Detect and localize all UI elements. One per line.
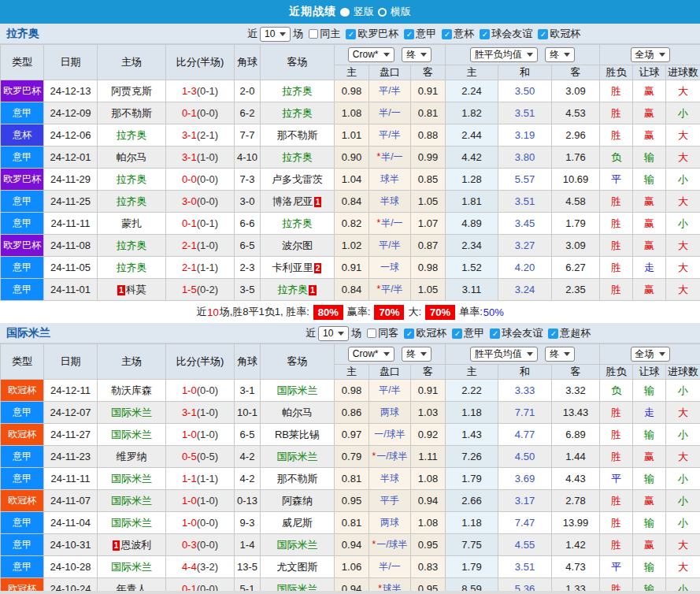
team-label: 国际米兰 <box>111 495 152 507</box>
handicap-result-cell: 输 <box>633 556 666 578</box>
corners-cell: 3-0 <box>235 191 261 213</box>
eu-away-odds: 1.79 <box>552 213 600 235</box>
eu-average-select[interactable]: 胜平负均值 <box>470 47 538 62</box>
team-label: 蒙扎 <box>121 217 142 229</box>
inter-results-table: 类型 日期 主场 比分(半场) 角球 客场 Crow* 终 胜平负均值 终 全场 <box>0 343 700 594</box>
home-team-cell: 拉齐奥 <box>98 124 166 147</box>
ah-home-odds: 0.90 <box>335 147 369 169</box>
bookmaker-select[interactable]: Crow* <box>348 347 394 362</box>
red-card-badge: 1 <box>117 285 125 295</box>
bookmaker-select-value: Crow* <box>353 49 379 60</box>
away-team-cell: 国际米兰 <box>261 380 335 402</box>
competition-checkbox[interactable]: ✓ <box>404 329 414 339</box>
ah-home-odds: 0.94 <box>335 534 369 556</box>
same-venue-checkbox[interactable] <box>309 29 318 39</box>
ah-away-odds: 0.94 <box>411 490 446 512</box>
ah-away-odds: 0.83 <box>411 556 446 578</box>
home-team-cell: 阿贾克斯 <box>98 80 166 102</box>
ah-time-select[interactable]: 终 <box>402 47 431 62</box>
team-label: 帕尔马 <box>117 151 147 163</box>
eu-away-odds: 13.43 <box>552 402 600 424</box>
competition-cell: 意甲 <box>1 213 44 235</box>
competition-checkbox[interactable]: ✓ <box>442 29 452 39</box>
ah-home-odds: 0.91 <box>335 257 369 279</box>
competition-checkbox[interactable]: ✓ <box>404 29 414 39</box>
ah-time-select[interactable]: 终 <box>402 347 431 362</box>
ah-away-odds: 1.08 <box>411 512 446 534</box>
home-team-cell: 蒙扎 <box>98 213 166 235</box>
competition-checkbox[interactable]: ✓ <box>452 329 462 339</box>
score-cell: 0-5(0-5) <box>166 446 235 468</box>
away-team-cell: 拉齐奥 <box>261 80 335 102</box>
bookmaker-select[interactable]: Crow* <box>348 47 394 62</box>
corners-cell: 10-1 <box>235 402 261 424</box>
ah-away-odds: 0.99 <box>411 147 446 169</box>
away-team-cell: 阿森纳 <box>261 490 335 512</box>
away-team-cell: 拉齐奥1 <box>261 279 335 301</box>
vertical-layout-label[interactable]: 竖版 <box>354 5 374 19</box>
date-cell: 24-11-23 <box>44 446 98 468</box>
competition-checkbox[interactable]: ✓ <box>490 329 500 339</box>
eu-away-odds: 10.69 <box>552 169 600 191</box>
result-cell: 负 <box>600 147 633 169</box>
goals-result-cell: 大 <box>666 235 700 257</box>
col-ah-away: 客 <box>411 365 446 380</box>
match-count-select[interactable]: 10 <box>318 326 349 341</box>
scope-select[interactable]: 全场 <box>631 347 670 362</box>
home-team-cell: 那不勒斯 <box>98 102 166 124</box>
score-cell: 3-1(1-0) <box>166 147 235 169</box>
result-cell: 胜 <box>600 235 633 257</box>
team-name: 国际米兰 <box>6 326 50 340</box>
eu-time-select[interactable]: 终 <box>545 347 575 362</box>
match-row: 意甲24-11-23维罗纳0-5(0-5)4-2国际米兰0.79*一/球半1.1… <box>1 446 700 468</box>
date-cell: 24-11-08 <box>44 235 98 257</box>
chevron-down-icon <box>420 53 427 57</box>
eu-draw-odds: 4.20 <box>498 257 552 279</box>
eu-away-odds: 4.73 <box>552 556 600 578</box>
horizontal-layout-radio[interactable] <box>378 8 387 17</box>
eu-average-select[interactable]: 胜平负均值 <box>470 347 538 362</box>
vertical-layout-radio[interactable] <box>340 8 350 17</box>
ah-away-odds: 1.07 <box>411 213 446 235</box>
score-cell: 0-3(0-0) <box>166 534 235 556</box>
handicap-rate-label: 赢率: <box>347 305 371 319</box>
competition-checkbox[interactable]: ✓ <box>346 29 356 39</box>
competition-label: 意超杯 <box>560 326 591 340</box>
competition-checkbox[interactable]: ✓ <box>480 29 490 39</box>
handicap-result-cell: 赢 <box>633 490 666 512</box>
handicap-result-cell: 输 <box>633 147 666 169</box>
chevron-down-icon <box>527 53 533 57</box>
ah-home-odds: 0.82 <box>335 213 369 235</box>
eu-home-odds: 2.44 <box>446 124 498 147</box>
same-venue-checkbox[interactable] <box>367 329 376 338</box>
corners-cell: 6-5 <box>235 235 261 257</box>
eu-away-odds: 3.09 <box>552 80 600 102</box>
match-count-select[interactable]: 10 <box>260 27 291 42</box>
col-corner: 角球 <box>235 344 261 380</box>
competition-cell: 意甲 <box>1 534 44 556</box>
inter-section: 国际米兰 近10场同客✓欧冠杯✓意甲✓球会友谊✓意超杯 类型 日期 主场 比分(… <box>0 323 700 594</box>
match-row: 意甲24-11-05拉齐奥2-1(1-1)2-3卡利亚里20.91一球0.981… <box>1 257 700 279</box>
scope-select[interactable]: 全场 <box>631 47 670 62</box>
team-label: 国际米兰 <box>111 561 152 573</box>
competition-checkbox[interactable]: ✓ <box>548 329 558 339</box>
eu-time-select[interactable]: 终 <box>545 47 575 62</box>
away-team-cell: RB莱比锡 <box>261 424 335 446</box>
goals-result-cell: 大 <box>666 124 700 147</box>
score-cell: 1-0(0-0) <box>166 512 235 534</box>
eu-time-select-value: 终 <box>550 347 559 361</box>
handicap-result-cell: 赢 <box>633 235 666 257</box>
eu-draw-odds: 3.80 <box>498 147 552 169</box>
chevron-down-icon <box>383 352 390 356</box>
chevron-down-icon <box>280 32 286 36</box>
chevron-down-icon <box>659 53 665 57</box>
competition-checkbox[interactable]: ✓ <box>538 29 548 39</box>
away-team-cell: 尤文图斯 <box>261 556 335 578</box>
match-row: 意甲24-11-04国际米兰1-0(0-0)9-3威尼斯0.81两球1.081.… <box>1 512 700 534</box>
result-cell: 胜 <box>600 257 633 279</box>
eu-away-odds: 3.09 <box>552 235 600 257</box>
ah-away-odds: 0.92 <box>411 424 446 446</box>
horizontal-layout-label[interactable]: 横版 <box>391 5 411 19</box>
team-label: 拉齐奥 <box>117 262 147 273</box>
horizontal-scrollbar[interactable] <box>0 591 700 594</box>
